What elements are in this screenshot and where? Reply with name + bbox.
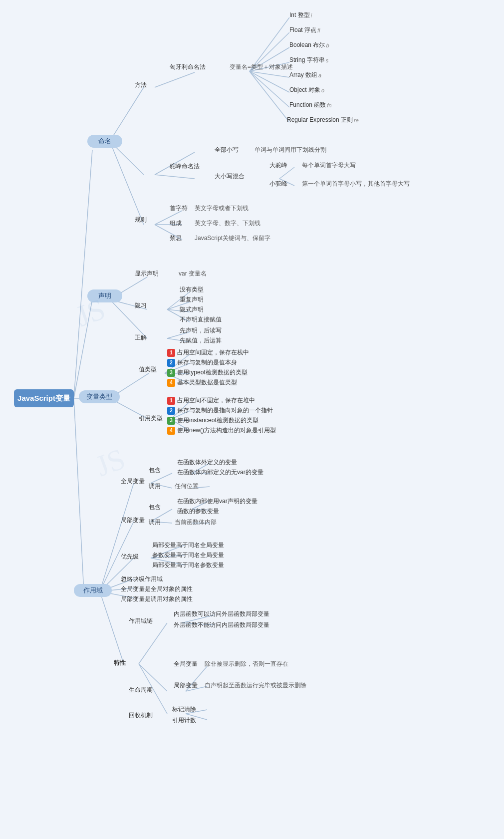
naming-node: 命名 — [87, 135, 122, 148]
ref-item-3: 3 使用instanceof检测数据的类型 — [167, 416, 258, 425]
bigcamel-desc: 每个单词首字母大写 — [302, 161, 356, 170]
show-decl-node: 显示声明 — [135, 270, 159, 278]
val-item-2: 2 保存与复制的是值本身 — [167, 358, 237, 367]
camel-node: 驼峰命名法 — [170, 162, 200, 171]
lifecycle-global-label: 全局变量 — [174, 660, 198, 668]
bigcamel-node: 大驼峰 — [269, 161, 287, 170]
svg-line-48 — [100, 591, 124, 664]
priority-1: 局部变量高于同名全局变量 — [152, 541, 224, 550]
root-node: JavaScript变量 — [14, 389, 74, 407]
svg-line-17 — [155, 175, 195, 179]
global-call-desc: 任何位置 — [175, 482, 199, 491]
svg-line-0 — [74, 150, 92, 398]
local-inc-2: 函数的参数变量 — [177, 507, 219, 516]
svg-line-7 — [155, 72, 195, 87]
naming-label: 命名 — [98, 137, 111, 146]
mixed-node: 大小写混合 — [215, 172, 245, 181]
svg-line-12 — [250, 71, 289, 77]
local-var-node: 局部变量 — [121, 516, 145, 525]
gc-2: 引用计数 — [172, 716, 196, 725]
type-object: Object 对象 o — [289, 86, 324, 94]
svg-line-3 — [74, 398, 84, 591]
ref-item-4: 4 使用new()方法构造出的对象是引用型 — [167, 426, 276, 435]
lower-node: 全部小写 — [215, 146, 239, 154]
type-float: Float 浮点 fl — [289, 26, 320, 34]
declaration-node: 声明 — [87, 289, 122, 302]
global-include-node: 包含 — [149, 466, 161, 475]
chain-1: 内层函数可以访问外层函数局部变量 — [174, 610, 269, 618]
type-function: Function 函数 fn — [289, 101, 332, 109]
chain-node: 作用域链 — [129, 617, 153, 625]
type-boolean: Boolean 布尔 b — [289, 41, 329, 49]
scope-node: 作用域 — [74, 584, 112, 597]
global-var-node: 全局变量 — [121, 477, 145, 486]
hungarian-node: 匈牙利命名法 — [170, 63, 206, 71]
type-int: Int 整型 i — [289, 11, 312, 19]
hide-item-1: 没有类型 — [180, 285, 204, 294]
lifecycle-local-label: 局部变量 — [174, 681, 198, 690]
svg-line-49 — [151, 473, 172, 483]
svg-line-13 — [250, 71, 289, 92]
ref-item-2: 2 保存与复制的是指向对象的一个指针 — [167, 406, 273, 415]
lifecycle-global-desc: 除非被显示删除，否则一直存在 — [205, 660, 288, 668]
gc-1: 标记清除 — [172, 705, 196, 714]
show-decl-desc: var 变量名 — [179, 270, 207, 278]
svg-line-4 — [110, 87, 144, 141]
forbid-node: 禁忌 — [170, 234, 182, 243]
correct-item-2: 先赋值，后运算 — [180, 336, 222, 345]
local-call-desc: 当前函数体内部 — [175, 518, 217, 527]
priority-2: 参数变量高于同名全局变量 — [152, 551, 224, 559]
compose-desc: 英文字母、数字、下划线 — [195, 219, 260, 228]
type-regexp: Regular Expression 正则 re — [287, 116, 359, 124]
global-inc-1: 在函数体外定义的变量 — [177, 458, 237, 467]
ref-item-1: 1 占用空间不固定，保存在堆中 — [167, 396, 255, 405]
compose-node: 组成 — [170, 219, 182, 228]
lower-desc: 单词与单词间用下划线分割 — [254, 146, 326, 154]
type-array: Array 数组 a — [289, 71, 321, 79]
ignore-block: 忽略块级作用域 — [121, 575, 163, 583]
smallcamel-desc: 第一个单词首字母小写，其他首字母大写 — [302, 180, 410, 188]
svg-line-62 — [139, 623, 167, 664]
val-item-1: 1 占用空间固定，保存在栈中 — [167, 348, 249, 357]
global-call-node: 调用 — [149, 482, 161, 491]
rules-node: 规则 — [135, 216, 147, 224]
global-prop: 全局变量是全局对象的属性 — [121, 585, 193, 593]
local-prop: 局部变量是调用对象的属性 — [121, 595, 193, 603]
smallcamel-node: 小驼峰 — [269, 180, 287, 188]
lifecycle-node: 生命周期 — [129, 686, 153, 694]
val-item-3: 3 使用typeof检测数据的类型 — [167, 368, 248, 377]
val-item-4: 4 基本类型数据是值类型 — [167, 378, 237, 387]
first-desc: 英文字母或者下划线 — [195, 204, 249, 213]
priority-3: 局部变量高于同名参数变量 — [152, 561, 224, 569]
hide-item-4: 不声明直接赋值 — [180, 315, 222, 324]
value-type-node: 值类型 — [139, 365, 157, 374]
svg-line-15 — [250, 71, 289, 122]
type-string: String 字符串 s — [289, 56, 328, 64]
svg-line-14 — [250, 71, 289, 107]
local-include-node: 包含 — [149, 503, 161, 512]
priority-node: 优先级 — [121, 553, 139, 561]
mind-map: JavaScript变量 命名 方法 匈牙利命名法 变量名=类型＋对象描述 In… — [0, 0, 504, 839]
root-label: JavaScript变量 — [17, 394, 70, 403]
method-node: 方法 — [135, 81, 147, 89]
hide-item-2: 重复声明 — [180, 295, 204, 304]
hide-item-3: 隐式声明 — [180, 305, 204, 314]
local-inc-1: 在函数内部使用var声明的变量 — [177, 497, 257, 506]
first-node: 首字符 — [170, 204, 188, 213]
chain-2: 外层函数不能访问内层函数局部变量 — [174, 621, 269, 629]
global-inc-2: 在函数体内部定义的无var的变量 — [177, 468, 263, 477]
lifecycle-local-desc: 自声明起至函数运行完毕或被显示删除 — [205, 681, 306, 690]
svg-line-1 — [74, 299, 92, 398]
trait-node: 特性 — [114, 659, 126, 667]
svg-line-6 — [110, 141, 144, 225]
correct-item-1: 先声明，后读写 — [180, 326, 222, 335]
vartype-node: 变量类型 — [79, 390, 120, 403]
correct-node: 正解 — [135, 333, 147, 342]
gc-node: 回收机制 — [129, 711, 153, 720]
forbid-desc: JavaScript关键词与、保留字 — [195, 234, 270, 243]
hungarian-desc: 变量名=类型＋对象描述 — [230, 63, 293, 71]
ref-type-node: 引用类型 — [139, 414, 163, 423]
hide-decl-node: 隐习 — [135, 301, 147, 310]
local-call-node: 调用 — [149, 518, 161, 527]
